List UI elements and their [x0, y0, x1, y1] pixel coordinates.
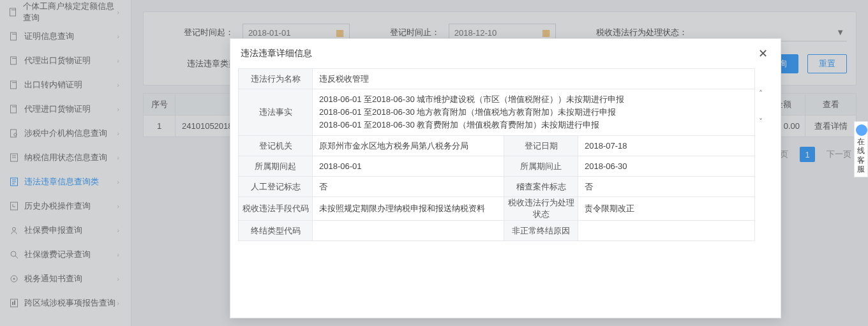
value-handle-status: 责令限期改正 [578, 197, 755, 221]
value-means-code: 未按照规定期限办理纳税申报和报送纳税资料 [313, 197, 504, 221]
label-period-to: 所属期间止 [504, 156, 578, 177]
helper-line1: 在线 [856, 137, 866, 156]
label-violation-fact: 违法事实 [239, 89, 313, 136]
scroll-up-icon[interactable]: ˄ [759, 90, 763, 98]
label-abnormal-end: 非正常终结原因 [504, 221, 578, 241]
online-service-tab[interactable]: 在线 客服 [854, 121, 868, 177]
label-audit-flag: 稽查案件标志 [504, 177, 578, 197]
value-period-to: 2018-06-30 [578, 156, 755, 177]
value-violation-name: 违反税收管理 [313, 69, 755, 89]
violation-detail-modal: 违法违章详细信息 ✕ 违法行为名称 违反税收管理 违法事实 2018-06-01… [230, 38, 781, 318]
value-period-from: 2018-06-01 [313, 156, 504, 177]
helper-line2: 客服 [856, 156, 866, 174]
modal-title: 违法违章详细信息 [241, 48, 312, 59]
value-abnormal-end [578, 221, 755, 241]
label-violation-name: 违法行为名称 [239, 69, 313, 89]
value-reg-org: 原郑州市金水区地方税务局第八税务分局 [313, 136, 504, 156]
fact-line: 2018-06-01 至2018-06-30 教育费附加（增值税教育费附加）未按… [319, 119, 748, 131]
label-reg-date: 登记日期 [504, 136, 578, 156]
label-end-type-code: 终结类型代码 [239, 221, 313, 241]
label-handle-status: 税收违法行为处理状态 [504, 197, 578, 221]
value-audit-flag: 否 [578, 177, 755, 197]
value-end-type-code [313, 221, 504, 241]
label-reg-org: 登记机关 [239, 136, 313, 156]
label-manual-flag: 人工登记标志 [239, 177, 313, 197]
fact-line: 2018-06-01 至2018-06-30 城市维护建设税（市区（增值税附征）… [319, 93, 748, 106]
label-means-code: 税收违法手段代码 [239, 197, 313, 221]
fact-line: 2018-06-01 至2018-06-30 地方教育附加（增值税地方教育附加）… [319, 106, 748, 119]
label-period-from: 所属期间起 [239, 156, 313, 177]
value-violation-fact: 2018-06-01 至2018-06-30 城市维护建设税（市区（增值税附征）… [313, 89, 755, 136]
detail-table: 违法行为名称 违反税收管理 违法事实 2018-06-01 至2018-06-3… [238, 68, 755, 241]
close-icon[interactable]: ✕ [756, 44, 770, 63]
fact-scrollbar[interactable]: ˄ ˅ [755, 90, 767, 126]
value-manual-flag: 否 [313, 177, 504, 197]
scroll-down-icon[interactable]: ˅ [759, 118, 763, 126]
avatar-icon [856, 124, 867, 136]
value-reg-date: 2018-07-18 [578, 136, 755, 156]
